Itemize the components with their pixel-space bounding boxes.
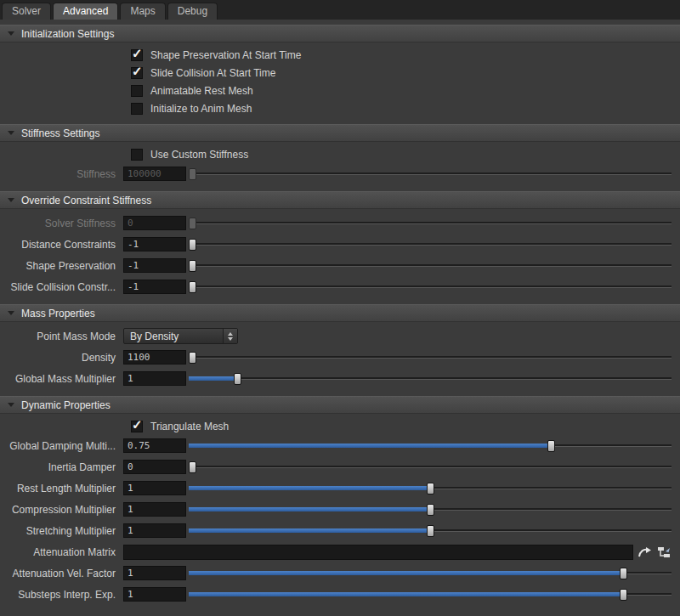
substeps-interp-exp-value-field[interactable]: [123, 587, 186, 602]
section-body-initialization: ✓ Shape Preservation At Start Time ✓ Sli…: [0, 42, 680, 119]
tab-bar: Solver Advanced Maps Debug: [0, 0, 680, 20]
slide-collision-constraints-value-field[interactable]: [123, 280, 186, 294]
section-header-mass-properties[interactable]: Mass Properties: [0, 304, 680, 322]
global-damping-multiplier-slider[interactable]: [189, 438, 672, 453]
checkbox-shape-preservation-at-start-time[interactable]: ✓: [131, 49, 143, 61]
slider-handle[interactable]: [620, 568, 627, 579]
stretching-multiplier-value-field[interactable]: [123, 523, 186, 538]
rest-length-multiplier-value-field[interactable]: [123, 481, 186, 495]
op-jump-to-operator-icon[interactable]: [656, 545, 672, 560]
dropdown-arrows-icon: [223, 329, 237, 343]
param-label: Stretching Multiplier: [0, 525, 123, 537]
slider-handle[interactable]: [189, 218, 196, 229]
compression-multiplier-value-field[interactable]: [123, 502, 186, 517]
row-triangulate-mesh: ✓ Triangulate Mesh: [0, 417, 680, 435]
checkmark-icon: ✓: [132, 417, 143, 432]
rest-length-multiplier-slider[interactable]: [189, 481, 672, 495]
row-stretching-multiplier: Stretching Multiplier: [0, 520, 680, 541]
collapse-triangle-icon: [8, 198, 14, 202]
slider-handle[interactable]: [427, 525, 434, 537]
section-header-stiffness-settings[interactable]: Stiffness Settings: [0, 124, 680, 142]
param-label: Slide Collision Constr...: [0, 281, 123, 293]
section-title: Initialization Settings: [21, 28, 114, 40]
distance-constraints-value-field[interactable]: [123, 237, 186, 251]
row-stiffness: Stiffness: [0, 163, 680, 184]
checkbox-slide-collision-at-start-time[interactable]: ✓: [131, 67, 143, 79]
slide-collision-constraints-slider[interactable]: [189, 280, 672, 294]
slider-handle[interactable]: [234, 373, 241, 385]
distance-constraints-slider[interactable]: [189, 237, 672, 251]
solver-stiffness-value-field[interactable]: [123, 216, 186, 230]
substeps-interp-exp-slider[interactable]: [189, 587, 672, 602]
global-mass-multiplier-slider[interactable]: [189, 371, 672, 386]
param-label: Rest Length Multiplier: [0, 483, 123, 494]
param-label: Attenuation Vel. Factor: [0, 568, 123, 579]
attenuation-vel-factor-value-field[interactable]: [123, 566, 186, 580]
section-header-dynamic-properties[interactable]: Dynamic Properties: [0, 396, 680, 414]
checkbox-label[interactable]: Initialize to Anim Mesh: [150, 103, 252, 115]
checkbox-label[interactable]: Triangulate Mesh: [150, 421, 229, 432]
slider-handle[interactable]: [189, 239, 196, 251]
slider-handle[interactable]: [189, 352, 196, 364]
inertia-damper-value-field[interactable]: [123, 460, 186, 474]
row-use-custom-stiffness: ✓ Use Custom Stiffness: [0, 145, 680, 163]
section-header-override-constraint-stiffness[interactable]: Override Constraint Stiffness: [0, 191, 680, 209]
param-label: Compression Multiplier: [0, 504, 123, 516]
slider-handle[interactable]: [189, 281, 196, 293]
param-label: Inertia Damper: [0, 461, 123, 473]
slider-handle[interactable]: [189, 168, 196, 180]
slider-handle[interactable]: [427, 504, 434, 516]
slider-handle[interactable]: [427, 483, 434, 494]
row-animatable-rest-mesh: ✓ Animatable Rest Mesh: [0, 82, 680, 99]
op-path-buttons: [638, 545, 672, 560]
stretching-multiplier-slider[interactable]: [189, 523, 672, 538]
shape-preservation-slider[interactable]: [189, 258, 672, 273]
checkbox-label[interactable]: Slide Collision At Start Time: [150, 67, 275, 79]
slider-handle[interactable]: [189, 461, 196, 473]
section-title: Dynamic Properties: [21, 399, 110, 411]
slider-track: [189, 264, 672, 267]
checkbox-use-custom-stiffness[interactable]: ✓: [131, 149, 143, 161]
checkbox-label[interactable]: Shape Preservation At Start Time: [150, 49, 301, 61]
checkmark-icon: ✓: [132, 46, 143, 61]
checkbox-label[interactable]: Use Custom Stiffness: [150, 149, 248, 161]
density-slider[interactable]: [189, 350, 672, 365]
tab-advanced[interactable]: Advanced: [53, 3, 118, 20]
param-label: Density: [0, 352, 123, 364]
slider-handle[interactable]: [547, 440, 555, 452]
point-mass-mode-dropdown[interactable]: By Density: [123, 328, 238, 344]
tab-solver[interactable]: Solver: [2, 3, 51, 20]
attenuation-vel-factor-slider[interactable]: [189, 566, 672, 580]
compression-multiplier-slider[interactable]: [189, 502, 672, 517]
slider-handle[interactable]: [620, 589, 627, 601]
collapse-triangle-icon: [8, 31, 14, 36]
inertia-damper-slider[interactable]: [189, 460, 672, 474]
tab-maps[interactable]: Maps: [120, 3, 165, 20]
dropdown-selected-value: By Density: [124, 331, 223, 342]
section-header-initialization-settings[interactable]: Initialization Settings: [0, 25, 680, 42]
density-value-field[interactable]: [123, 350, 186, 365]
stiffness-value-field[interactable]: [123, 167, 186, 181]
solver-stiffness-slider[interactable]: [189, 216, 672, 230]
row-rest-length-multiplier: Rest Length Multiplier: [0, 478, 680, 499]
op-select-arrow-icon[interactable]: [638, 545, 653, 560]
section-body-dynamic: ✓ Triangulate Mesh Global Damping Multi.…: [0, 414, 680, 607]
slider-track: [189, 356, 672, 359]
section-body-stiffness: ✓ Use Custom Stiffness Stiffness: [0, 142, 680, 186]
stiffness-slider[interactable]: [189, 167, 672, 181]
checkbox-animatable-rest-mesh[interactable]: ✓: [131, 85, 143, 97]
slider-track: [189, 466, 672, 468]
section-title: Stiffness Settings: [21, 127, 100, 139]
slider-fill: [189, 592, 623, 596]
tab-debug[interactable]: Debug: [167, 3, 218, 20]
attenuation-matrix-path-field[interactable]: [123, 545, 633, 560]
global-mass-multiplier-value-field[interactable]: [123, 371, 186, 386]
checkbox-initialize-to-anim-mesh[interactable]: ✓: [131, 103, 143, 115]
global-damping-multiplier-value-field[interactable]: [123, 438, 186, 453]
slider-handle[interactable]: [189, 260, 196, 272]
shape-preservation-value-field[interactable]: [123, 258, 186, 273]
checkbox-triangulate-mesh[interactable]: ✓: [131, 421, 143, 432]
slider-fill: [189, 444, 551, 448]
checkbox-label[interactable]: Animatable Rest Mesh: [150, 85, 253, 97]
row-slide-collision-constraints: Slide Collision Constr...: [0, 276, 680, 297]
